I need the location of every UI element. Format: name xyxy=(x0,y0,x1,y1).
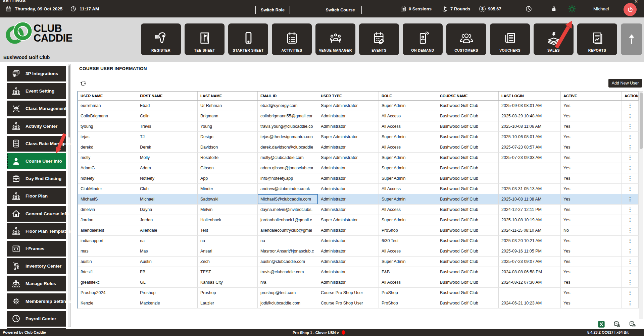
row-actions-kebab-icon[interactable]: ⋮ xyxy=(622,288,639,298)
row-actions-kebab-icon[interactable]: ⋮ xyxy=(622,111,639,121)
table-row-allendaletest[interactable]: allendaletestAllendaleTestallendalecount… xyxy=(78,225,639,236)
row-actions-kebab-icon[interactable]: ⋮ xyxy=(622,153,639,163)
sidebar-item-floor-plan[interactable]: Floor Plan xyxy=(7,188,66,204)
sidebar-item-day-end-closing[interactable]: Day End Closing xyxy=(7,171,66,186)
table-row-Jordan[interactable]: JordanJordanHollenbackjordanhollenback1@… xyxy=(78,215,639,225)
column-header-last-name[interactable]: LAST NAME xyxy=(198,92,258,100)
sidebar-item-i-frames[interactable]: I-Frames xyxy=(7,241,66,257)
data-sync-icon[interactable] xyxy=(629,321,636,328)
switch-role-button[interactable]: Switch Role xyxy=(255,6,290,14)
table-row-noteefy[interactable]: noteefyNoteefyAppinfo@noteefy.appAdminis… xyxy=(78,173,639,184)
table-row-fbtest1[interactable]: fbtest1FBTESTtravis@clubcaddie.comAdmini… xyxy=(78,267,639,277)
cell-last-login: 2025-07-23 08:57 AM xyxy=(499,142,561,152)
column-header-active[interactable]: ACTIVE xyxy=(561,92,622,100)
sidebar-item-class-rate-management[interactable]: Class Rate Management xyxy=(7,136,66,152)
sidebar-item-event-setting[interactable]: Event Setting xyxy=(7,83,66,99)
sessions-stat: 0 Sessions xyxy=(400,0,432,17)
row-actions-kebab-icon[interactable]: ⋮ xyxy=(622,277,639,287)
table-row-eurrehman[interactable]: eurrehmanEbadUr Rehmanebad@synergy.comSu… xyxy=(78,101,639,111)
table-row-mas[interactable]: masMasAnsariMasroor.Ansari@jonasclub.cAd… xyxy=(78,246,639,257)
sidebar-item-activity-center[interactable]: Activity Center xyxy=(7,118,66,134)
cell-last-name: Ansari xyxy=(198,246,258,256)
row-actions-kebab-icon[interactable]: ⋮ xyxy=(622,184,639,194)
clock-button-icon[interactable] xyxy=(525,5,532,12)
sidebar-scrollbar[interactable] xyxy=(68,64,71,327)
table-row-Proshop2024[interactable]: Proshop2024ProshopProshopproshop@test.co… xyxy=(78,288,639,298)
sidebar-item-general-course-info-[interactable]: General Course Info. xyxy=(7,206,66,222)
table-row-ClubMinder[interactable]: ClubMinderClubMinderandrew@clubminder.co… xyxy=(78,184,639,194)
column-header-action[interactable]: ACTION xyxy=(622,92,639,100)
table-row-Kenzie[interactable]: KenzieMackenzieLauzierjodi@clubcaddie.co… xyxy=(78,298,639,309)
row-actions-kebab-icon[interactable]: ⋮ xyxy=(622,236,639,246)
sidebar-item-class-management[interactable]: Class Management xyxy=(7,101,66,116)
excel-export-icon[interactable] xyxy=(598,321,605,328)
nav-tile-vouchers[interactable]: VOUCHERS xyxy=(490,23,530,55)
row-actions-kebab-icon[interactable]: ⋮ xyxy=(622,121,639,131)
row-actions-kebab-icon[interactable]: ⋮ xyxy=(622,132,639,142)
nav-tile-events[interactable]: EVENTS xyxy=(359,23,399,55)
cell-first-name: Mackenzie xyxy=(137,298,198,308)
table-row-molly[interactable]: mollyMollyRosafortemolly@clubcaddie.comS… xyxy=(78,153,639,163)
nav-tile-starter-sheet[interactable]: STARTER SHEET xyxy=(228,23,268,55)
row-actions-kebab-icon[interactable]: ⋮ xyxy=(622,163,639,173)
table-row-dmelvin[interactable]: dmelvinDaynaMelvindayna.melvin@invitedcl… xyxy=(78,205,639,215)
column-header-user-name[interactable]: USER NAME xyxy=(78,92,137,100)
nav-tile-customers[interactable]: CUSTOMERS xyxy=(446,23,486,55)
row-actions-kebab-icon[interactable]: ⋮ xyxy=(622,257,639,267)
sidebar-item-payroll-center[interactable]: Payroll Center xyxy=(7,311,66,327)
nav-tile-tee-sheet[interactable]: TEE SHEET xyxy=(185,23,225,55)
column-header-role[interactable]: ROLE xyxy=(379,92,437,100)
sidebar-item-membership-settings[interactable]: Membership Settings xyxy=(7,293,66,309)
table-scrollbar[interactable] xyxy=(639,91,643,319)
table-row-tyoung[interactable]: tyoungTravisYoungtravis.young@clubcaddie… xyxy=(78,121,639,132)
row-actions-kebab-icon[interactable]: ⋮ xyxy=(622,173,639,183)
table-scrollbar-thumb[interactable] xyxy=(640,93,643,149)
sidebar-item-course-user-info[interactable]: Course User Info xyxy=(7,153,66,169)
cell-course-name: Bushwood Golf Club xyxy=(437,163,499,173)
column-header-course-name[interactable]: COURSE NAME xyxy=(437,92,499,100)
table-row-ColinBrigmann[interactable]: ColinBrigmannColinBrigmanncolinbrigmann5… xyxy=(78,111,639,121)
column-header-email-id[interactable]: EMAIL ID xyxy=(258,92,318,100)
column-header-user-type[interactable]: USER TYPE xyxy=(318,92,379,100)
table-row-derekd[interactable]: derekdDerekDavidsonderek.davidson@clubca… xyxy=(78,142,639,153)
table-row-AdamG[interactable]: AdamGAdamGibsonadam.gibson@jonasclub.cor… xyxy=(78,163,639,173)
sidebar-item-3p-integrations[interactable]: 3P Integrations xyxy=(7,66,66,81)
nav-tile-register[interactable]: REGISTER xyxy=(141,23,181,55)
nav-tile-venue-manager[interactable]: VENUE MANAGER xyxy=(315,23,355,55)
row-actions-kebab-icon[interactable]: ⋮ xyxy=(622,101,639,111)
lock-icon[interactable] xyxy=(550,5,557,12)
nav-scroll-top-tile[interactable] xyxy=(621,23,642,55)
table-row-tejas[interactable]: tejasTJDesigntejas@thedesignmantra.conSu… xyxy=(78,132,639,142)
row-actions-kebab-icon[interactable]: ⋮ xyxy=(622,267,639,277)
people-group-icon xyxy=(459,31,474,45)
nav-tile-on-demand[interactable]: ON DEMAND xyxy=(403,23,443,55)
power-button[interactable] xyxy=(624,3,637,16)
sidebar-scrollbar-thumb[interactable] xyxy=(68,65,70,137)
row-actions-kebab-icon[interactable]: ⋮ xyxy=(622,142,639,152)
data-export-settings-icon[interactable] xyxy=(613,321,621,328)
table-row-MichaelS[interactable]: MichaelSMichaelSadowskiMichaelS@clubcadd… xyxy=(78,194,639,205)
settings-gear-icon[interactable] xyxy=(568,5,576,13)
nav-tile-reports[interactable]: REPORTS xyxy=(577,23,617,55)
row-actions-kebab-icon[interactable]: ⋮ xyxy=(622,215,639,225)
table-row-greatlifekc[interactable]: greatlifekcGLKansas Cityn/aAdministrator… xyxy=(78,277,639,288)
row-actions-kebab-icon[interactable]: ⋮ xyxy=(622,246,639,256)
sidebar-item-floor-plan-templates[interactable]: Floor Plan Templates xyxy=(7,223,66,239)
column-header-first-name[interactable]: FIRST NAME xyxy=(137,92,198,100)
cell-active: Yes xyxy=(561,298,622,308)
table-row-indiasupport[interactable]: indiasupportnananaAdministrator6/30 Test… xyxy=(78,236,639,246)
switch-course-button[interactable]: Switch Course xyxy=(319,6,362,14)
sidebar-item-manage-roles[interactable]: Manage Roles xyxy=(7,276,66,291)
add-new-user-button[interactable]: Add New User xyxy=(608,79,642,88)
row-actions-kebab-icon[interactable]: ⋮ xyxy=(622,194,639,204)
column-header-last-login[interactable]: LAST LOGIN xyxy=(499,92,561,100)
table-row-austin[interactable]: austinAustinZechaustin@clubcaddie.comAdm… xyxy=(78,257,639,267)
sidebar-item-inventory-center[interactable]: Inventory Center xyxy=(7,258,66,274)
refresh-layout-icon[interactable] xyxy=(80,80,87,87)
row-actions-kebab-icon[interactable]: ⋮ xyxy=(622,225,639,235)
nav-tile-sales[interactable]: SALES xyxy=(534,23,574,55)
close-icon[interactable]: ✕ xyxy=(634,0,638,4)
row-actions-kebab-icon[interactable]: ⋮ xyxy=(622,205,639,215)
nav-tile-activities[interactable]: ACTIVITIES xyxy=(272,23,312,55)
row-actions-kebab-icon[interactable]: ⋮ xyxy=(622,298,639,308)
